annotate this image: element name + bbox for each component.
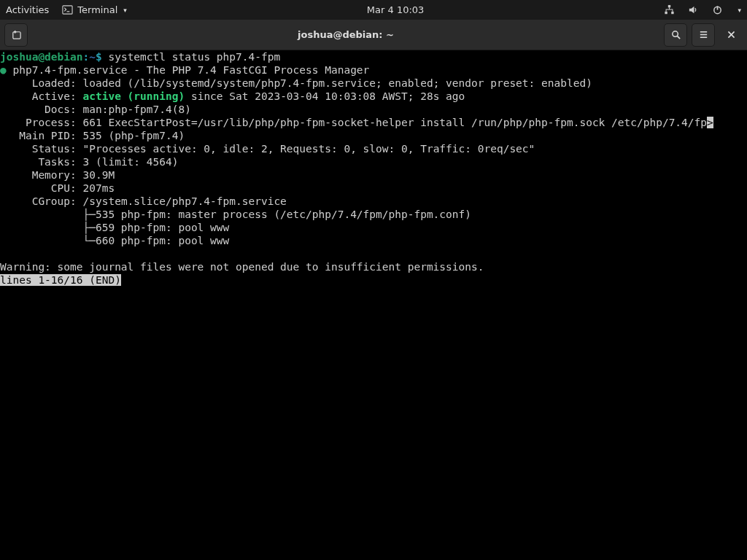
clock[interactable]: Mar 4 10:03 bbox=[367, 4, 425, 15]
cpu-value: 207ms bbox=[83, 182, 115, 194]
close-button[interactable] bbox=[719, 23, 743, 47]
tasks-value: 3 (limit: 4564) bbox=[83, 156, 179, 168]
network-icon[interactable] bbox=[664, 4, 675, 15]
terminal-icon bbox=[62, 4, 73, 15]
active-label: Active: bbox=[0, 90, 83, 102]
svg-rect-3 bbox=[665, 12, 667, 14]
status-value: "Processes active: 0, idle: 2, Requests:… bbox=[83, 143, 535, 155]
service-line: php7.4-fpm.service - The PHP 7.4 FastCGI… bbox=[7, 64, 370, 76]
chevron-down-icon: ▾ bbox=[123, 7, 127, 14]
svg-line-11 bbox=[677, 36, 680, 39]
cgroup-tree-1: ├─535 php-fpm: master process (/etc/php/… bbox=[0, 209, 471, 220]
svg-rect-0 bbox=[63, 6, 72, 14]
loaded-label: Loaded: bbox=[0, 77, 83, 89]
chevron-down-icon[interactable]: ▾ bbox=[738, 7, 741, 14]
pager-status: lines 1-16/16 (END) bbox=[0, 274, 121, 286]
cgroup-value: /system.slice/php7.4-fpm.service bbox=[83, 195, 287, 207]
process-label: Process: bbox=[0, 117, 83, 128]
typed-command: systemctl status php7.4-fpm bbox=[108, 51, 280, 63]
prompt-dollar: $ bbox=[96, 51, 108, 63]
status-bullet: ● bbox=[0, 64, 7, 76]
prompt-sep: : bbox=[83, 51, 90, 63]
memory-value: 30.9M bbox=[83, 169, 115, 181]
terminal-output[interactable]: joshua@debian:~$ systemctl status php7.4… bbox=[0, 50, 747, 560]
activities-button[interactable]: Activities bbox=[6, 4, 49, 15]
tasks-label: Tasks: bbox=[0, 156, 83, 168]
power-icon[interactable] bbox=[712, 4, 723, 15]
mainpid-label: Main PID: bbox=[0, 130, 83, 141]
docs-label: Docs: bbox=[0, 104, 83, 115]
volume-icon[interactable] bbox=[688, 4, 699, 15]
cpu-label: CPU: bbox=[0, 182, 83, 194]
search-button[interactable] bbox=[664, 23, 687, 47]
window-title: joshua@debian: ~ bbox=[32, 29, 659, 40]
svg-point-10 bbox=[672, 31, 678, 37]
prompt-user: joshua@debian bbox=[0, 51, 83, 63]
app-menu-label: Terminal bbox=[77, 4, 117, 15]
window-titlebar: joshua@debian: ~ bbox=[0, 20, 747, 50]
app-menu[interactable]: Terminal ▾ bbox=[62, 4, 126, 15]
prompt-path: ~ bbox=[89, 51, 96, 63]
mainpid-value: 535 (php-fpm7.4) bbox=[83, 130, 185, 141]
docs-value: man:php-fpm7.4(8) bbox=[83, 104, 191, 115]
svg-rect-4 bbox=[672, 12, 674, 14]
memory-label: Memory: bbox=[0, 169, 83, 181]
process-trunc: > bbox=[707, 117, 713, 128]
cgroup-label: CGroup: bbox=[0, 195, 83, 207]
loaded-value: loaded (/lib/systemd/system/php7.4-fpm.s… bbox=[83, 77, 592, 89]
cgroup-tree-3: └─660 php-fpm: pool www bbox=[0, 235, 229, 246]
gnome-top-bar: Activities Terminal ▾ Mar 4 10:03 ▾ bbox=[0, 0, 747, 20]
active-since: since Sat 2023-03-04 10:03:08 AWST; 28s … bbox=[185, 90, 465, 102]
new-tab-button[interactable] bbox=[4, 23, 28, 47]
journal-warning: Warning: some journal files were not ope… bbox=[0, 261, 484, 273]
status-label: Status: bbox=[0, 143, 83, 155]
process-value: 661 ExecStartPost=/usr/lib/php/php-fpm-s… bbox=[83, 117, 708, 128]
svg-rect-2 bbox=[668, 5, 670, 7]
svg-rect-7 bbox=[12, 32, 20, 39]
cgroup-tree-2: ├─659 php-fpm: pool www bbox=[0, 222, 229, 233]
hamburger-menu-button[interactable] bbox=[692, 23, 715, 47]
active-value: active (running) bbox=[83, 90, 185, 102]
